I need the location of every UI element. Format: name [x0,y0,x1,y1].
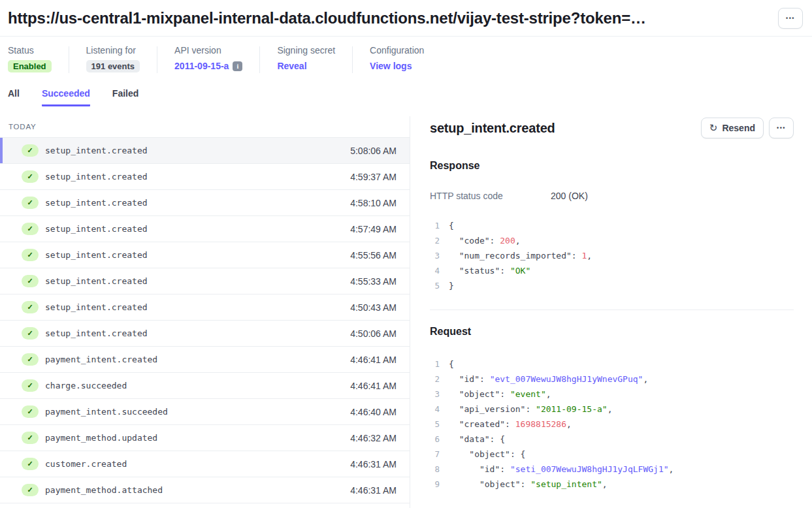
event-row[interactable]: ✓payment_method.attached4:46:31 AM [0,477,410,503]
event-row[interactable]: ✓setup_intent.created4:50:43 AM [0,294,410,321]
event-row[interactable]: ✓payment_intent.created4:46:41 AM [0,347,410,373]
meta-item-signing-secret: Signing secretReveal [277,45,352,73]
event-row[interactable]: ✓charge.succeeded4:46:41 AM [0,373,410,399]
success-check-icon: ✓ [22,458,39,470]
success-check-icon: ✓ [22,484,39,496]
success-check-icon: ✓ [22,144,39,157]
tab-succeeded[interactable]: Succeeded [42,88,90,106]
line-number: 3 [430,248,440,263]
ellipsis-icon: ••• [786,15,795,22]
event-row[interactable]: ✓payment_method.updated4:46:32 AM [0,425,410,451]
event-name: setup_intent.created [45,302,148,312]
http-status-label: HTTP status code [430,191,551,201]
ellipsis-icon: ••• [777,125,786,131]
meta-divider [69,46,69,73]
http-status-value: 200 (OK) [551,191,588,201]
event-rows: ✓setup_intent.created5:08:06 AM✓setup_in… [0,138,410,503]
event-name: setup_intent.created [45,172,148,182]
meta-item-status: StatusEnabled [8,45,69,73]
code-line: 5} [430,278,794,293]
code-text: "id": "seti_007WewuJW8hgHJ1yJqLFWGj1", [449,462,674,477]
event-name: payment_method.updated [45,433,157,443]
meta-value: 191 events [86,59,140,73]
code-text: "num_records_imported": 1, [449,248,592,263]
event-row[interactable]: ✓setup_intent.created4:58:10 AM [0,190,410,216]
meta-label: Listening for [86,45,140,56]
meta-link[interactable]: Reveal [277,61,306,71]
meta-link[interactable]: 2011-09-15-a [174,61,229,71]
line-number: 6 [430,432,440,447]
event-time: 4:50:06 AM [350,328,397,339]
tab-failed[interactable]: Failed [112,88,138,106]
endpoint-url-title: https://us-central1-mixpanel-internal-da… [8,9,768,27]
request-heading: Request [430,326,794,338]
success-check-icon: ✓ [22,223,39,235]
event-time: 4:46:31 AM [350,485,397,496]
event-row[interactable]: ✓setup_intent.created4:59:37 AM [0,164,410,190]
detail-more-button[interactable]: ••• [769,118,794,138]
event-row[interactable]: ✓setup_intent.created4:50:06 AM [0,321,410,347]
event-name: charge.succeeded [45,381,127,390]
code-text: } [449,278,454,293]
meta-link[interactable]: View logs [370,61,412,71]
line-number: 3 [430,387,440,402]
event-row[interactable]: ✓setup_intent.created4:55:56 AM [0,242,410,268]
event-name: setup_intent.created [45,250,148,260]
event-time: 4:46:32 AM [350,433,397,443]
code-line: 2 "id": "evt_007WewuJW8hgHJ1yWnevGPuq", [430,372,794,387]
meta-label: API version [174,45,242,56]
selected-indicator-bar [0,138,3,163]
resend-button[interactable]: ↻ Resend [701,118,764,138]
code-line: 2 "code": 200, [430,233,794,248]
event-list-pane: TODAY ✓setup_intent.created5:08:06 AM✓se… [0,116,410,508]
event-name: setup_intent.created [45,276,148,286]
request-code-block: 1{2 "id": "evt_007WewuJW8hgHJ1yWnevGPuq"… [430,357,794,492]
meta-value: 2011-09-15-ai [174,59,242,73]
event-row[interactable]: ✓payment_intent.succeeded4:46:40 AM [0,399,410,425]
endpoint-meta-strip: StatusEnabledListening for191 eventsAPI … [0,37,812,73]
event-time: 4:57:49 AM [350,224,397,234]
meta-value: Enabled [8,59,52,73]
event-time: 4:50:43 AM [350,302,397,313]
event-name: payment_intent.succeeded [45,407,168,417]
code-line: 3 "object": "event", [430,387,794,402]
code-text: "status": "OK" [449,263,530,278]
success-check-icon: ✓ [22,275,39,287]
code-line: 5 "created": 1698815286, [430,417,794,432]
code-text: { [449,218,454,233]
event-time: 4:46:31 AM [350,459,397,469]
line-number: 7 [430,447,440,462]
info-icon[interactable]: i [233,61,242,71]
event-row[interactable]: ✓setup_intent.created4:57:49 AM [0,216,410,242]
event-row[interactable]: ✓customer.created4:46:31 AM [0,451,410,477]
event-detail-header: setup_intent.created ↻ Resend ••• [430,118,794,138]
tab-all[interactable]: All [8,88,20,106]
event-time: 5:08:06 AM [350,146,397,156]
line-number: 2 [430,372,440,387]
code-line: 7 "object": { [430,447,794,462]
meta-label: Signing secret [277,45,335,56]
line-number: 5 [430,278,440,293]
event-row[interactable]: ✓setup_intent.created4:55:33 AM [0,268,410,294]
refresh-icon: ↻ [709,123,718,133]
code-line: 1{ [430,357,794,372]
line-number: 8 [430,462,440,477]
event-detail-pane: setup_intent.created ↻ Resend ••• Respon… [410,116,812,508]
event-detail-title: setup_intent.created [430,121,555,136]
event-time: 4:46:40 AM [350,407,397,417]
code-text: { [449,357,454,372]
code-line: 6 "data": { [430,432,794,447]
main-content: TODAY ✓setup_intent.created5:08:06 AM✓se… [0,116,812,508]
success-check-icon: ✓ [22,249,39,261]
event-row[interactable]: ✓setup_intent.created5:08:06 AM [0,138,410,164]
meta-item-configuration: ConfigurationView logs [370,45,441,73]
success-check-icon: ✓ [22,353,39,366]
event-time: 4:46:41 AM [350,381,397,391]
success-check-icon: ✓ [22,197,39,209]
event-time: 4:55:33 AM [350,276,397,287]
line-number: 5 [430,417,440,432]
header-more-button[interactable]: ••• [778,8,803,29]
events-count-badge: 191 events [86,60,140,72]
line-number: 1 [430,218,440,233]
response-code-block: 1{2 "code": 200,3 "num_records_imported"… [430,218,794,293]
